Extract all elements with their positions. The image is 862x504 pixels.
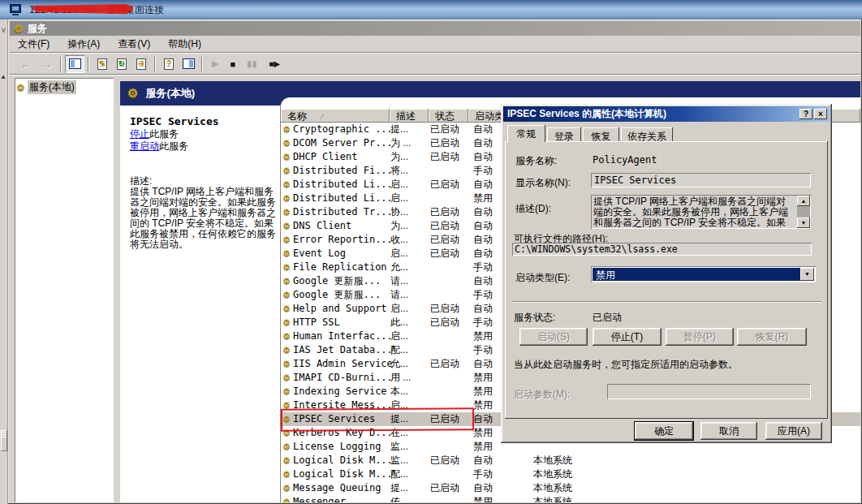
service-row[interactable]: ⚙Message Queuing提...已启动自动本地系统	[281, 481, 860, 495]
display-name-field[interactable]: IPSEC Services	[591, 173, 811, 187]
menu-help[interactable]: 帮助(H)	[160, 37, 211, 51]
scroll-up-icon[interactable]: ▲	[0, 73, 6, 80]
dialog-title-bar[interactable]: IPSEC Services 的属性(本地计算机)	[503, 106, 830, 122]
service-name: Distributed Tr...	[293, 206, 393, 218]
help-button[interactable]: ?	[159, 55, 179, 73]
service-gear-icon: ⚙	[282, 165, 291, 177]
service-gear-icon: ⚙	[282, 206, 291, 218]
stop-button[interactable]: 停止(T)	[593, 328, 662, 346]
scroll-down-icon[interactable]: ▼	[797, 218, 810, 228]
cancel-button[interactable]: 取消	[700, 422, 757, 440]
apply-button[interactable]: 应用(A)	[765, 422, 822, 440]
service-startup-type: 自动	[473, 413, 493, 425]
service-gear-icon: ⚙	[282, 468, 291, 480]
extended-view-button[interactable]	[179, 55, 198, 73]
description-scrollbar[interactable]: ▲ ▼	[797, 196, 810, 228]
service-description: 请...	[390, 275, 408, 287]
stop-service-link[interactable]: 停止	[130, 128, 149, 140]
tab-general[interactable]: 常规	[507, 125, 545, 142]
menu-bar: 文件(F) 操作(A) 查看(V) 帮助(H)	[10, 36, 860, 54]
service-description: 为 ...	[390, 137, 411, 149]
extended-description-panel: IPSEC Services 停止此服务 重启动此服务 描述: 提供 TCP/I…	[120, 106, 280, 502]
service-description: 允...	[390, 261, 408, 274]
service-name: Event Log	[293, 248, 346, 260]
show-console-tree-button[interactable]	[65, 55, 84, 73]
properties-icon: ✎	[97, 58, 107, 70]
service-description: 启...	[390, 303, 408, 315]
service-name: Human Interfac...	[293, 330, 393, 342]
menu-file[interactable]: 文件(F)	[10, 37, 59, 51]
service-status: 已启动	[430, 123, 459, 136]
menu-action[interactable]: 操作(A)	[59, 37, 110, 51]
pane-splitter[interactable]	[114, 78, 120, 502]
service-status: 已启动	[430, 248, 459, 260]
service-name: Distributed Li...	[293, 192, 393, 205]
window-title-bar[interactable]: ⚙ 服务	[10, 21, 860, 36]
service-description: 配...	[390, 468, 408, 480]
service-row[interactable]: ⚙Logical Disk M...配...手动本地系统	[281, 467, 860, 481]
properties-button[interactable]: ✎	[93, 55, 112, 73]
stop-service-icon[interactable]: ■	[224, 59, 241, 69]
scroll-up-icon[interactable]: ▲	[797, 196, 810, 206]
restart-service-icon[interactable]: ■▶	[263, 59, 286, 68]
tab-dependencies[interactable]: 依存关系	[621, 127, 673, 141]
start-service-icon[interactable]: ▶	[206, 58, 224, 69]
computer-icon	[10, 4, 23, 16]
service-name: Distributed Li...	[293, 179, 393, 191]
back-icon[interactable]: ←	[16, 57, 37, 71]
menu-view[interactable]: 查看(V)	[110, 37, 160, 51]
session-scrollbar[interactable]: ∨ ▲	[0, 19, 8, 504]
tab-logon[interactable]: 登录	[547, 127, 581, 141]
service-description: 请...	[390, 289, 408, 301]
chevron-down-icon[interactable]: ∨	[1, 26, 6, 34]
close-icon[interactable]: ×	[814, 109, 827, 119]
toolbar-separator	[60, 57, 62, 71]
dialog-help-button[interactable]: ?	[800, 109, 812, 119]
scrollbar-thumb[interactable]	[1, 430, 7, 451]
description-label: 描述(D):	[515, 202, 551, 216]
service-gear-icon: ⚙	[282, 496, 291, 502]
tree-item-services-local[interactable]: ⚙ 服务(本地)	[16, 80, 112, 94]
service-name: Messenger	[293, 496, 346, 502]
service-gear-icon: ⚙	[282, 261, 291, 274]
column-header-description[interactable]: 描述	[390, 109, 429, 123]
resume-button: 恢复(R)	[737, 328, 807, 346]
pause-service-icon[interactable]: ▮▮	[241, 59, 263, 68]
service-description: 配...	[390, 344, 408, 356]
tab-recovery[interactable]: 恢复	[583, 127, 619, 141]
service-description: 收...	[390, 234, 408, 246]
forward-icon[interactable]: →	[37, 57, 57, 71]
service-description: 为...	[390, 151, 408, 163]
service-name: Error Reportin...	[293, 234, 393, 246]
ok-button[interactable]: 确定	[635, 422, 693, 440]
column-header-status[interactable]: 状态	[429, 109, 468, 123]
service-description: 监...	[390, 454, 408, 467]
column-header-name[interactable]: 名称∕	[281, 109, 390, 123]
service-gear-icon: ⚙	[282, 234, 291, 246]
startup-type-combobox[interactable]: 禁用 ▼	[591, 266, 816, 282]
startup-params-note: 当从此处启动服务时，您可指定所适用的启动参数。	[514, 358, 738, 372]
chevron-down-icon[interactable]: ▼	[800, 268, 814, 281]
service-description: 启...	[390, 330, 408, 342]
service-status: 已启动	[430, 206, 459, 218]
service-gear-icon: ⚙	[282, 482, 291, 494]
service-row[interactable]: ⚙Logical Disk M...监...已启动自动本地系统	[281, 454, 860, 467]
service-name: IMAPI CD-Burni...	[293, 372, 393, 384]
description-field[interactable]: 提供 TCP/IP 网络上客户端和服务器之间端对端的安全。如果此服务被停用，网络…	[591, 195, 811, 229]
service-gear-icon: ⚙	[282, 220, 291, 232]
service-row[interactable]: ⚙Messenger传...禁用本地系统	[281, 495, 860, 502]
service-gear-icon: ⚙	[282, 179, 291, 191]
service-startup-type: 手动	[473, 261, 493, 274]
service-name: IIS Admin Service	[293, 358, 393, 370]
service-name: Google 更新服...	[293, 275, 381, 287]
service-description: 启...	[390, 179, 408, 191]
restart-service-link[interactable]: 重启动	[130, 140, 159, 152]
services-gear-icon: ⚙	[16, 82, 25, 93]
service-description: 协...	[390, 206, 408, 218]
service-gear-icon: ⚙	[282, 192, 291, 205]
service-gear-icon: ⚙	[282, 248, 291, 260]
service-login-as: 本地系统	[533, 496, 572, 502]
refresh-button[interactable]: ↻	[112, 55, 131, 73]
export-list-button[interactable]: ➔	[131, 55, 151, 73]
service-startup-type: 手动	[473, 289, 493, 301]
